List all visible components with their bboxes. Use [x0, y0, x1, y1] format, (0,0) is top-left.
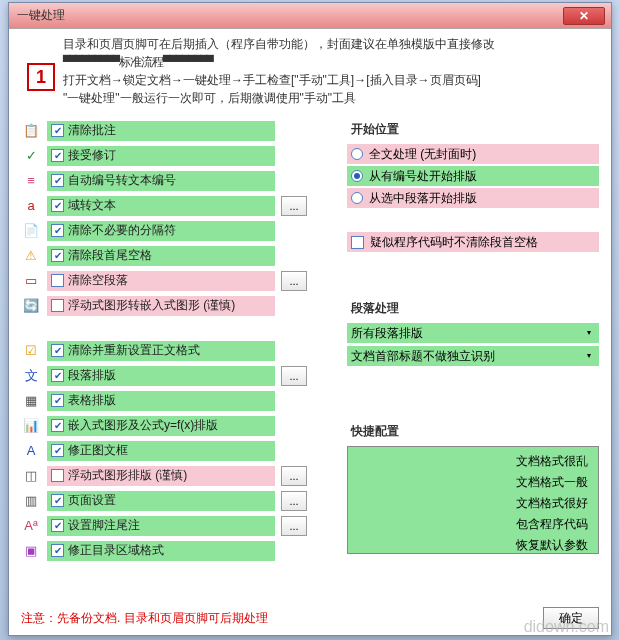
step-one-icon: 1 [27, 63, 55, 91]
suspect-label: 疑似程序代码时不清除段首空格 [370, 234, 538, 251]
option-row: Aª设置脚注尾注... [21, 514, 331, 537]
checkbox[interactable] [51, 369, 64, 382]
checkbox-wrap[interactable]: 修正目录区域格式 [47, 541, 275, 561]
more-button[interactable]: ... [281, 516, 307, 536]
checkbox-wrap[interactable]: 清除空段落 [47, 271, 275, 291]
option-row: ▭清除空段落... [21, 269, 331, 292]
more-button[interactable]: ... [281, 366, 307, 386]
checkbox-wrap[interactable]: 自动编号转文本编号 [47, 171, 275, 191]
row-icon: ⚠ [21, 247, 41, 265]
right-pane: 开始位置 全文处理 (无封面时)从有编号处开始排版从选中段落开始排版 疑似程序代… [347, 119, 599, 564]
checkbox-wrap[interactable]: 清除批注 [47, 121, 275, 141]
checkbox[interactable] [51, 544, 64, 557]
start-option[interactable]: 全文处理 (无封面时) [347, 144, 599, 164]
checkbox-wrap[interactable]: 修正图文框 [47, 441, 275, 461]
option-row: ▥页面设置... [21, 489, 331, 512]
checkbox[interactable] [51, 299, 64, 312]
row-icon: ☑ [21, 342, 41, 360]
checkbox-label: 清除不必要的分隔符 [68, 222, 176, 239]
radio[interactable] [351, 148, 363, 160]
close-button[interactable]: ✕ [563, 7, 605, 25]
checkbox[interactable] [51, 494, 64, 507]
checkbox-label: 清除并重新设置正文格式 [68, 342, 200, 359]
checkbox-wrap[interactable]: 嵌入式图形及公式y=f(x)排版 [47, 416, 275, 436]
more-button[interactable]: ... [281, 466, 307, 486]
checkbox[interactable] [51, 174, 64, 187]
more-button[interactable]: ... [281, 491, 307, 511]
checkbox[interactable] [51, 249, 64, 262]
checkbox[interactable] [51, 344, 64, 357]
checkbox[interactable] [51, 149, 64, 162]
option-row: ✓接受修订 [21, 144, 331, 167]
quick-item[interactable]: 文档格式很好 [516, 495, 588, 512]
checkbox-label: 浮动式图形排版 (谨慎) [68, 467, 187, 484]
checkbox[interactable] [51, 444, 64, 457]
more-button[interactable]: ... [281, 271, 307, 291]
header-block: 1 目录和页眉页脚可在后期插入（程序自带功能），封面建议在单独模版中直接修改 ▀… [9, 29, 611, 109]
checkbox-label: 接受修订 [68, 147, 116, 164]
more-button[interactable]: ... [281, 196, 307, 216]
row-icon: A [21, 442, 41, 460]
header-line-3: 打开文档→锁定文档→一键处理→手工检查["手动"工具]→[插入目录→页眉页码] [63, 71, 599, 89]
checkbox-wrap[interactable]: 接受修订 [47, 146, 275, 166]
checkbox-label: 修正目录区域格式 [68, 542, 164, 559]
dropdown-label: 所有段落排版 [351, 325, 423, 342]
radio[interactable] [351, 192, 363, 204]
checkbox[interactable] [51, 124, 64, 137]
close-icon: ✕ [579, 9, 589, 23]
checkbox-label: 嵌入式图形及公式y=f(x)排版 [68, 417, 218, 434]
footer: 注意：先备份文档. 目录和页眉页脚可后期处理 确定 [21, 607, 599, 629]
option-row: 📋清除批注 [21, 119, 331, 142]
radio-label: 全文处理 (无封面时) [369, 146, 476, 163]
checkbox-label: 清除批注 [68, 122, 116, 139]
checkbox-wrap[interactable]: 页面设置 [47, 491, 275, 511]
para-dropdown-1[interactable]: 所有段落排版 ▾ [347, 323, 599, 343]
paragraph-title: 段落处理 [351, 300, 599, 317]
checkbox[interactable] [51, 469, 64, 482]
option-row: 文段落排版... [21, 364, 331, 387]
quick-item[interactable]: 恢复默认参数 [516, 537, 588, 554]
checkbox-wrap[interactable]: 浮动式图形排版 (谨慎) [47, 466, 275, 486]
checkbox-label: 修正图文框 [68, 442, 128, 459]
checkbox-label: 页面设置 [68, 492, 116, 509]
row-icon: 📄 [21, 222, 41, 240]
checkbox-wrap[interactable]: 表格排版 [47, 391, 275, 411]
checkbox-label: 域转文本 [68, 197, 116, 214]
quick-item[interactable]: 文档格式很乱 [516, 453, 588, 470]
header-line-2: ▀▀▀▀▀▀▀▀▀标准流程▀▀▀▀▀▀▀▀ [63, 53, 599, 71]
row-icon: 📊 [21, 417, 41, 435]
chevron-down-icon: ▾ [583, 350, 595, 360]
para-dropdown-2[interactable]: 文档首部标题不做独立识别 ▾ [347, 346, 599, 366]
row-icon: ▦ [21, 392, 41, 410]
checkbox-wrap[interactable]: 设置脚注尾注 [47, 516, 275, 536]
checkbox-wrap[interactable]: 清除段首尾空格 [47, 246, 275, 266]
quick-config-title: 快捷配置 [351, 423, 599, 440]
start-option[interactable]: 从选中段落开始排版 [347, 188, 599, 208]
option-row: a域转文本... [21, 194, 331, 217]
ok-button[interactable]: 确定 [543, 607, 599, 629]
checkbox-wrap[interactable]: 段落排版 [47, 366, 275, 386]
warning-text: 注意：先备份文档. 目录和页眉页脚可后期处理 [21, 610, 268, 627]
checkbox-wrap[interactable]: 浮动式图形转嵌入式图形 (谨慎) [47, 296, 275, 316]
radio[interactable] [351, 170, 363, 182]
checkbox[interactable] [51, 274, 64, 287]
checkbox-wrap[interactable]: 域转文本 [47, 196, 275, 216]
checkbox[interactable] [51, 419, 64, 432]
suspect-checkbox[interactable] [351, 236, 364, 249]
checkbox-label: 设置脚注尾注 [68, 517, 140, 534]
checkbox-wrap[interactable]: 清除并重新设置正文格式 [47, 341, 275, 361]
checkbox-wrap[interactable]: 清除不必要的分隔符 [47, 221, 275, 241]
start-option[interactable]: 从有编号处开始排版 [347, 166, 599, 186]
checkbox[interactable] [51, 224, 64, 237]
row-icon: Aª [21, 517, 41, 535]
suspect-code-option[interactable]: 疑似程序代码时不清除段首空格 [347, 232, 599, 252]
checkbox-label: 清除空段落 [68, 272, 128, 289]
quick-item[interactable]: 文档格式一般 [516, 474, 588, 491]
checkbox[interactable] [51, 199, 64, 212]
titlebar: 一键处理 ✕ [9, 3, 611, 29]
radio-label: 从有编号处开始排版 [369, 168, 477, 185]
checkbox[interactable] [51, 519, 64, 532]
checkbox[interactable] [51, 394, 64, 407]
header-line-1: 目录和页眉页脚可在后期插入（程序自带功能），封面建议在单独模版中直接修改 [63, 35, 599, 53]
quick-item[interactable]: 包含程序代码 [516, 516, 588, 533]
